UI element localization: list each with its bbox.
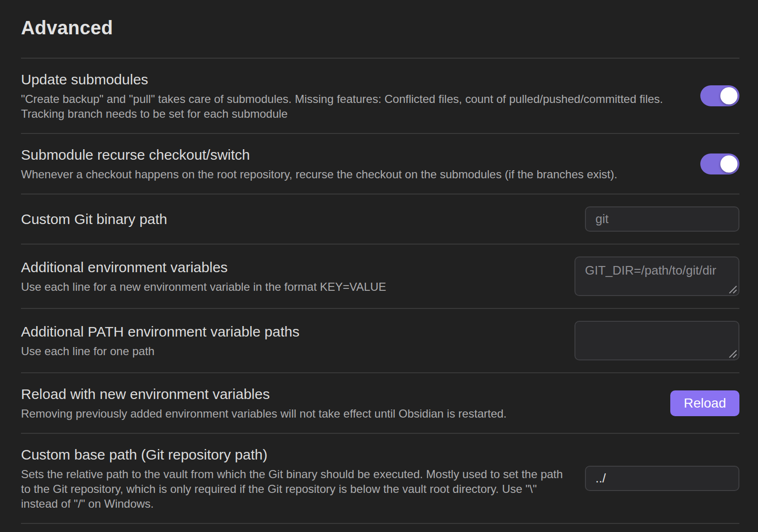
setting-row-update-submodules: Update submodules "Create backup" and "p… bbox=[21, 58, 739, 133]
setting-description: Use each line for one path bbox=[21, 344, 561, 358]
submodule-recurse-toggle[interactable] bbox=[700, 153, 739, 174]
additional-path-env-textarea[interactable] bbox=[574, 321, 739, 360]
setting-info: Update submodules "Create backup" and "p… bbox=[21, 71, 687, 121]
settings-page: Advanced Update submodules "Create backu… bbox=[0, 0, 758, 532]
setting-name: Reload with new environment variables bbox=[21, 385, 657, 403]
setting-description: Whenever a checkout happens on the root … bbox=[21, 167, 687, 182]
setting-row-reload-env: Reload with new environment variables Re… bbox=[21, 372, 739, 433]
setting-info: Custom base path (Git repository path) S… bbox=[21, 446, 572, 511]
setting-name: Additional PATH environment variable pat… bbox=[21, 323, 561, 341]
textarea-wrap bbox=[574, 256, 739, 296]
textarea-wrap bbox=[574, 321, 739, 360]
setting-control bbox=[700, 85, 739, 106]
setting-name: Custom base path (Git repository path) bbox=[21, 446, 572, 464]
setting-info: Additional environment variables Use eac… bbox=[21, 258, 561, 294]
setting-name: Submodule recurse checkout/switch bbox=[21, 146, 687, 164]
setting-row-submodule-recurse: Submodule recurse checkout/switch Whenev… bbox=[21, 133, 739, 194]
setting-row-additional-path-env: Additional PATH environment variable pat… bbox=[21, 308, 739, 372]
setting-control bbox=[700, 153, 739, 174]
setting-info: Reload with new environment variables Re… bbox=[21, 385, 657, 421]
setting-description: "Create backup" and "pull" takes care of… bbox=[21, 92, 687, 121]
setting-info: Additional PATH environment variable pat… bbox=[21, 323, 561, 358]
setting-row-custom-git-binary-path: Custom Git binary path bbox=[21, 194, 739, 244]
reload-button[interactable]: Reload bbox=[670, 390, 739, 416]
setting-row-additional-env-variables: Additional environment variables Use eac… bbox=[21, 244, 739, 308]
toggle-knob-icon bbox=[720, 155, 738, 173]
additional-env-variables-textarea[interactable] bbox=[574, 256, 739, 296]
setting-control bbox=[574, 256, 739, 296]
custom-git-binary-path-input[interactable] bbox=[585, 206, 739, 232]
settings-list: Update submodules "Create backup" and "p… bbox=[21, 58, 739, 524]
toggle-knob-icon bbox=[720, 87, 738, 104]
custom-base-path-input[interactable] bbox=[585, 466, 739, 491]
section-title: Advanced bbox=[21, 0, 739, 39]
setting-info: Submodule recurse checkout/switch Whenev… bbox=[21, 146, 687, 182]
setting-description: Removing previously added environment va… bbox=[21, 406, 657, 421]
setting-control bbox=[585, 466, 739, 491]
update-submodules-toggle[interactable] bbox=[700, 85, 739, 106]
setting-control bbox=[585, 206, 739, 232]
setting-row-custom-base-path: Custom base path (Git repository path) S… bbox=[21, 433, 739, 523]
setting-info: Custom Git binary path bbox=[21, 210, 572, 228]
setting-control: Reload bbox=[670, 390, 739, 416]
setting-name: Update submodules bbox=[21, 71, 687, 89]
setting-control bbox=[574, 321, 739, 360]
setting-description: Use each line for a new environment vari… bbox=[21, 279, 561, 294]
setting-name: Custom Git binary path bbox=[21, 210, 572, 228]
setting-description: Sets the relative path to the vault from… bbox=[21, 467, 572, 511]
setting-name: Additional environment variables bbox=[21, 258, 561, 276]
